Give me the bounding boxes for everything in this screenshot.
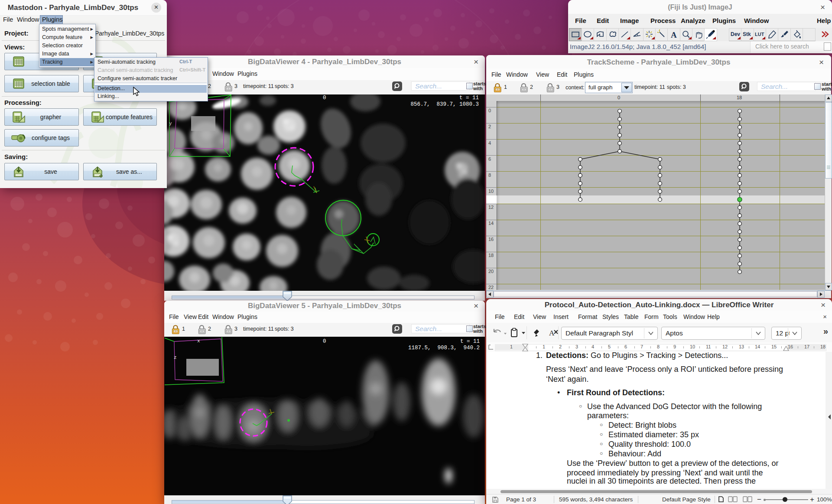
svg-text:1187.5, 908.3, 940.2: 1187.5, 908.3, 940.2	[408, 345, 480, 351]
svg-text:A: A	[549, 329, 555, 337]
svg-text:0: 0	[323, 338, 326, 345]
svg-text:856.7, 839.7, 1080.3: 856.7, 839.7, 1080.3	[410, 101, 479, 107]
svg-text:x: x	[197, 338, 200, 344]
svg-text:LUT: LUT	[755, 32, 764, 37]
svg-text:t = 11: t = 11	[460, 338, 480, 345]
svg-text:Stk: Stk	[743, 31, 751, 37]
svg-text:t = 11: t = 11	[459, 95, 479, 101]
svg-text:A: A	[671, 30, 677, 39]
svg-text:y: y	[169, 121, 172, 126]
svg-text:z: z	[174, 355, 177, 360]
svg-text:0: 0	[323, 95, 326, 101]
svg-text:Dev: Dev	[731, 31, 740, 37]
